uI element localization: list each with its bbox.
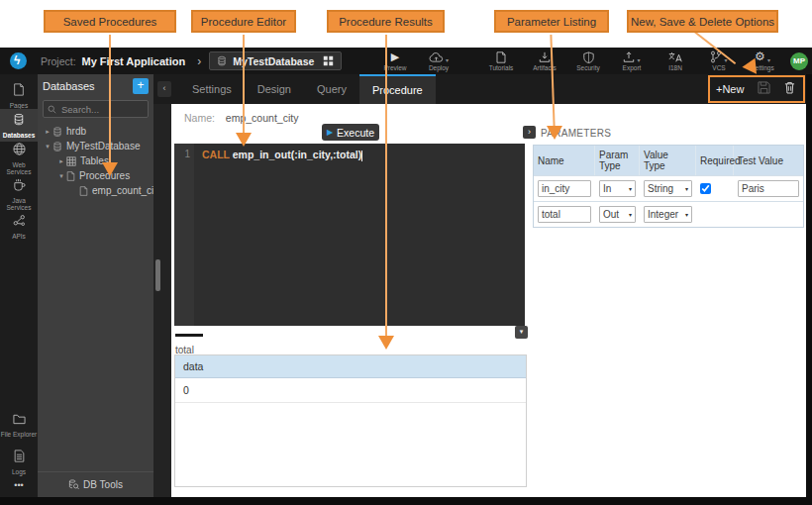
artifacts-button[interactable]: Artifacts	[532, 50, 558, 71]
annotation-arrowhead	[547, 126, 562, 140]
value-type-select[interactable]: String▾	[644, 180, 692, 197]
user-avatar[interactable]: MP	[790, 52, 808, 70]
databases-panel-header: Databases +	[38, 74, 153, 98]
param-type-select[interactable]: Out▾	[599, 206, 636, 223]
required-checkbox[interactable]	[700, 183, 711, 194]
tree-item-hrdb[interactable]: ▸ hrdb	[38, 124, 153, 139]
tree-item-mytestdatabase[interactable]: ▾ MyTestDatabase	[38, 139, 153, 153]
annotation-arrowhead	[102, 162, 118, 176]
caret-collapsed-icon[interactable]: ▸	[43, 128, 52, 136]
tab-procedure[interactable]: Procedure	[359, 74, 436, 104]
col-test-value: Test Value	[734, 146, 803, 175]
database-icon	[52, 127, 62, 137]
param-name-input[interactable]	[538, 206, 591, 223]
text-cursor	[361, 151, 362, 161]
play-icon: ▶	[327, 128, 333, 137]
editor-code-line: CALL emp_in_out(:in_city,:total)	[194, 144, 362, 326]
sql-keyword: CALL	[202, 149, 230, 160]
grid-view-icon[interactable]	[323, 52, 334, 70]
parameters-header-row: Name Param Type Value Type Required Test…	[534, 146, 803, 175]
app-window: ϟ Project: My First Application › MyTest…	[0, 48, 812, 505]
col-name: Name	[534, 146, 595, 175]
parameter-row-in-city: In▾ String▾	[534, 175, 803, 201]
database-selector-label: MyTestDatabase	[233, 55, 314, 67]
tutorials-button[interactable]: Tutorials	[488, 50, 514, 71]
annotation-new-save-delete: New, Save & Delete Options	[627, 10, 778, 33]
download-icon	[539, 50, 551, 63]
sidebar-item-logs[interactable]: Logs	[0, 449, 38, 475]
project-label: Project:	[41, 55, 76, 67]
db-tools-icon	[68, 479, 79, 490]
execute-button[interactable]: ▶ Execute	[322, 124, 379, 141]
editor-collapse-button[interactable]: ▾	[515, 326, 528, 339]
database-selector[interactable]: MyTestDatabase	[209, 51, 342, 70]
sidebar-item-apis[interactable]: APIs	[0, 213, 38, 240]
col-required: Required	[696, 146, 734, 175]
tab-design[interactable]: Design	[245, 74, 304, 104]
file-icon	[66, 171, 75, 181]
vcs-button[interactable]: ▾ VCS	[706, 50, 732, 71]
annotation-procedure-results: Procedure Results	[327, 10, 445, 33]
db-tools-button[interactable]: DB Tools	[38, 471, 153, 497]
sidebar-item-web-services[interactable]: Web Services	[0, 142, 38, 176]
file-icon	[79, 186, 88, 196]
scrollbar-thumb[interactable]	[155, 259, 160, 291]
annotation-procedure-editor: Procedure Editor	[191, 10, 296, 33]
param-name-input[interactable]	[538, 180, 591, 197]
database-search-input[interactable]	[59, 103, 145, 116]
caret-expanded-icon[interactable]: ▾	[43, 143, 52, 151]
results-column-header: data	[175, 355, 526, 378]
tab-settings[interactable]: Settings	[179, 74, 245, 104]
collapse-panel-button[interactable]: ‹	[157, 81, 171, 97]
procedure-code-editor[interactable]: 1 CALL emp_in_out(:in_city,:total)	[174, 144, 525, 326]
databases-panel-title: Databases	[43, 80, 133, 92]
sidebar-item-java-services[interactable]: Java Services	[0, 177, 38, 212]
param-type-select[interactable]: In▾	[599, 180, 636, 197]
i18n-button[interactable]: I18N	[662, 50, 688, 71]
test-value-input[interactable]	[738, 180, 799, 197]
tree-item-tables[interactable]: ▸ Tables	[38, 153, 153, 168]
security-button[interactable]: Security	[575, 50, 601, 71]
results-row[interactable]: 0	[175, 378, 526, 403]
caret-down-icon: ▾	[685, 211, 688, 218]
folder-icon	[13, 411, 26, 429]
parameter-row-total: Out▾ Integer▾	[534, 201, 803, 227]
deploy-button[interactable]: ▾ Deploy	[426, 50, 452, 71]
page-icon	[13, 82, 25, 100]
database-search[interactable]	[43, 100, 149, 118]
new-save-delete-highlight	[708, 75, 805, 103]
top-header-bar: ϟ Project: My First Application › MyTest…	[0, 48, 812, 74]
results-tab-indicator	[175, 334, 203, 337]
export-button[interactable]: ▾ Export	[619, 50, 645, 71]
chevron-left-icon: ‹	[163, 83, 166, 93]
value-type-select[interactable]: Integer▾	[644, 206, 692, 223]
coffee-cup-icon	[13, 177, 26, 195]
databases-panel: Databases + ▸ hrdb ▾ MyTestDatabase ▸ Ta…	[38, 74, 153, 497]
parameters-expand-button[interactable]: ›	[523, 126, 536, 139]
translate-icon	[668, 50, 682, 63]
caret-expanded-icon[interactable]: ▾	[56, 172, 66, 180]
cloud-upload-icon: ▾	[429, 50, 449, 63]
annotation-parameter-listing: Parameter Listing	[494, 10, 609, 33]
col-value-type: Value Type	[640, 146, 696, 175]
tab-query[interactable]: Query	[304, 74, 359, 104]
add-database-button[interactable]: +	[133, 78, 149, 94]
sidebar-item-pages[interactable]: Pages	[0, 82, 38, 109]
sidebar-item-databases[interactable]: Databases	[0, 109, 38, 142]
wavemaker-logo-icon[interactable]: ϟ	[10, 52, 27, 69]
sidebar-more-button[interactable]: •••	[0, 478, 38, 490]
caret-collapsed-icon[interactable]: ▸	[56, 157, 66, 165]
tree-item-emp-count-city[interactable]: emp_count_city	[38, 183, 153, 198]
annotation-arrow-line	[109, 35, 111, 163]
screenshot-stage: Saved Procedures Procedure Editor Proced…	[0, 0, 812, 505]
chevron-down-icon: ▾	[520, 328, 524, 335]
globe-icon	[13, 142, 26, 159]
tree-item-procedures[interactable]: ▾ Procedures	[38, 168, 153, 183]
breadcrumb-chevron-icon: ›	[197, 54, 201, 68]
tutorials-doc-icon	[496, 50, 506, 63]
annotation-arrowhead	[378, 336, 394, 350]
sidebar-item-file-explorer[interactable]: File Explorer	[0, 411, 38, 438]
procedure-name-row: Name: emp_count_city	[184, 112, 298, 124]
project-breadcrumb: Project: My First Application	[41, 55, 185, 67]
more-dots-icon: •••	[14, 480, 23, 490]
